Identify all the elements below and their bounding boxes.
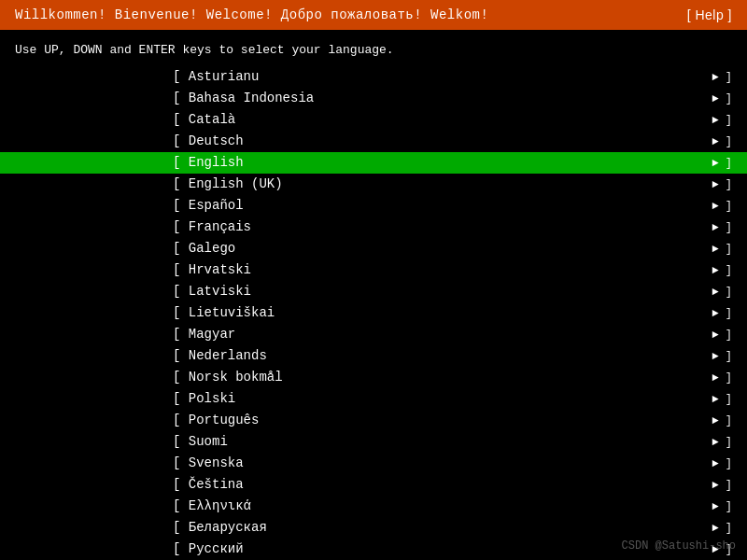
language-item-13[interactable]: [ Nederlands► ] bbox=[0, 345, 747, 367]
language-item-21[interactable]: [ Беларуская► ] bbox=[0, 517, 747, 539]
language-arrow-icon: ► ] bbox=[712, 155, 732, 172]
language-item-5[interactable]: [ English (UK)► ] bbox=[0, 174, 747, 195]
instruction-text: Use UP, DOWN and ENTER keys to select yo… bbox=[0, 30, 747, 66]
language-item-7[interactable]: [ Français► ] bbox=[0, 217, 747, 238]
language-item-17[interactable]: [ Suomi► ] bbox=[0, 431, 747, 453]
language-arrow-icon: ► ] bbox=[712, 219, 732, 236]
language-item-6[interactable]: [ Español► ] bbox=[0, 195, 747, 217]
language-label: [ Català bbox=[0, 110, 235, 130]
language-label: [ Deutsch bbox=[0, 132, 244, 151]
language-arrow-icon: ► ] bbox=[712, 91, 732, 107]
language-item-4[interactable]: [ English► ] bbox=[0, 152, 747, 174]
language-arrow-icon: ► ] bbox=[712, 69, 732, 86]
language-label: [ Norsk bokmål bbox=[0, 368, 283, 387]
language-item-12[interactable]: [ Magyar► ] bbox=[0, 324, 747, 345]
language-label: [ Bahasa Indonesia bbox=[0, 89, 314, 108]
language-item-9[interactable]: [ Hrvatski► ] bbox=[0, 259, 747, 281]
language-item-1[interactable]: [ Bahasa Indonesia► ] bbox=[0, 88, 747, 109]
language-arrow-icon: ► ] bbox=[712, 198, 732, 215]
language-label: [ Русский bbox=[0, 539, 244, 559]
language-label: [ Português bbox=[0, 411, 259, 430]
language-item-0[interactable]: [ Asturianu► ] bbox=[0, 66, 747, 88]
language-label: [ Galego bbox=[0, 239, 235, 259]
language-label: [ Latviski bbox=[0, 282, 251, 301]
language-arrow-icon: ► ] bbox=[712, 133, 732, 150]
language-item-15[interactable]: [ Polski► ] bbox=[0, 388, 747, 410]
language-label: [ Suomi bbox=[0, 432, 228, 452]
language-label: [ Čeština bbox=[0, 475, 244, 495]
header-title: Willkommen! Bienvenue! Welcome! Добро по… bbox=[15, 7, 488, 22]
language-item-14[interactable]: [ Norsk bokmål► ] bbox=[0, 367, 747, 388]
language-label: [ Asturianu bbox=[0, 67, 259, 87]
language-arrow-icon: ► ] bbox=[712, 370, 732, 386]
language-item-19[interactable]: [ Čeština► ] bbox=[0, 474, 747, 496]
language-label: [ Français bbox=[0, 217, 251, 237]
language-arrow-icon: ► ] bbox=[712, 176, 732, 193]
language-label: [ English bbox=[0, 153, 244, 173]
language-item-2[interactable]: [ Català► ] bbox=[0, 109, 747, 131]
language-arrow-icon: ► ] bbox=[712, 348, 732, 365]
language-item-11[interactable]: [ Lietuviškai► ] bbox=[0, 302, 747, 324]
language-item-8[interactable]: [ Galego► ] bbox=[0, 238, 747, 259]
language-list: [ Asturianu► ][ Bahasa Indonesia► ][ Cat… bbox=[0, 66, 747, 560]
header-bar: Willkommen! Bienvenue! Welcome! Добро по… bbox=[0, 0, 747, 30]
language-label: [ Svenska bbox=[0, 454, 244, 473]
language-arrow-icon: ► ] bbox=[712, 262, 732, 279]
language-arrow-icon: ► ] bbox=[712, 434, 732, 451]
language-arrow-icon: ► ] bbox=[712, 455, 732, 472]
language-label: [ Ελληνικά bbox=[0, 497, 251, 516]
language-arrow-icon: ► ] bbox=[712, 477, 732, 494]
language-label: [ Lietuviškai bbox=[0, 303, 275, 323]
language-label: [ Polski bbox=[0, 389, 235, 409]
language-item-10[interactable]: [ Latviski► ] bbox=[0, 281, 747, 302]
language-arrow-icon: ► ] bbox=[712, 498, 732, 515]
language-item-20[interactable]: [ Ελληνικά► ] bbox=[0, 496, 747, 517]
language-arrow-icon: ► ] bbox=[712, 520, 732, 537]
language-label: [ Español bbox=[0, 196, 244, 216]
language-arrow-icon: ► ] bbox=[712, 305, 732, 322]
help-button[interactable]: [ Help ] bbox=[687, 7, 732, 22]
language-label: [ Nederlands bbox=[0, 346, 267, 366]
language-arrow-icon: ► ] bbox=[712, 327, 732, 343]
language-label: [ Hrvatski bbox=[0, 260, 251, 280]
language-arrow-icon: ► ] bbox=[712, 112, 732, 129]
language-item-18[interactable]: [ Svenska► ] bbox=[0, 453, 747, 474]
language-arrow-icon: ► ] bbox=[712, 241, 732, 258]
watermark: CSDN @Satushi-sho bbox=[622, 539, 736, 553]
language-item-16[interactable]: [ Português► ] bbox=[0, 410, 747, 431]
language-arrow-icon: ► ] bbox=[712, 391, 732, 408]
language-arrow-icon: ► ] bbox=[712, 284, 732, 301]
language-label: [ Magyar bbox=[0, 325, 235, 344]
language-arrow-icon: ► ] bbox=[712, 413, 732, 429]
language-label: [ English (UK) bbox=[0, 175, 283, 194]
language-item-3[interactable]: [ Deutsch► ] bbox=[0, 131, 747, 152]
language-label: [ Беларуская bbox=[0, 518, 267, 538]
